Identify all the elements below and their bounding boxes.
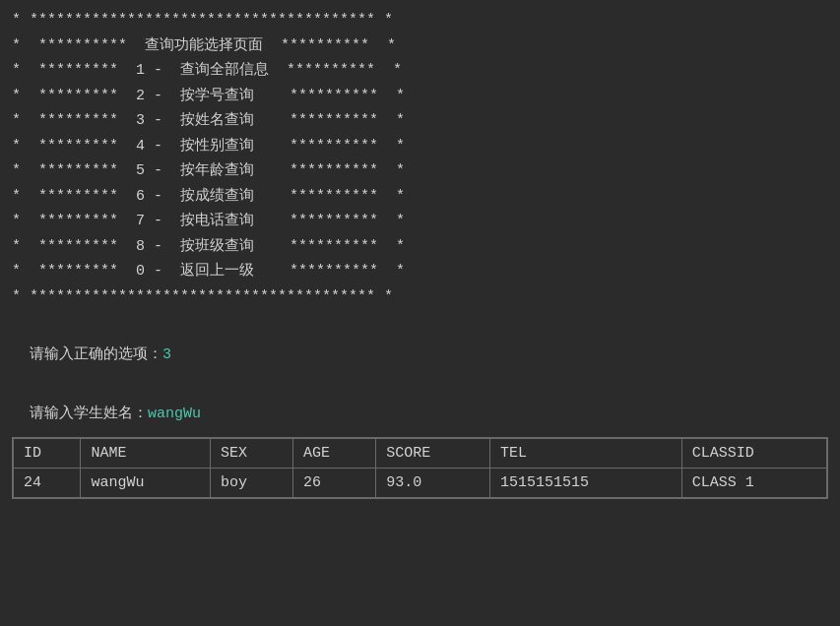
col-classid: CLASSID <box>681 439 826 469</box>
menu-item-3: * ********* 3 - 按姓名查询 ********** * <box>12 108 828 134</box>
results-table: ID NAME SEX AGE SCORE TEL CLASSID 24wang… <box>13 438 827 498</box>
menu-title: * ********** 查询功能选择页面 ********** * <box>12 33 828 59</box>
table-cell: CLASS 1 <box>681 469 826 498</box>
table-cell: 1515151515 <box>490 469 682 498</box>
results-table-container: ID NAME SEX AGE SCORE TEL CLASSID 24wang… <box>12 437 828 499</box>
menu-border-top: * **************************************… <box>12 8 828 33</box>
menu-border-bot: * **************************************… <box>12 284 828 310</box>
menu-item-2: * ********* 2 - 按学号查询 ********** * <box>12 84 828 109</box>
menu-item-6: * ********* 6 - 按成绩查询 ********** * <box>12 184 828 210</box>
table-cell: 24 <box>14 469 81 498</box>
table-cell: boy <box>210 469 292 498</box>
col-id: ID <box>14 439 81 469</box>
menu-block: * **************************************… <box>12 8 828 309</box>
table-cell: 26 <box>293 469 376 498</box>
col-sex: SEX <box>210 439 292 469</box>
col-age: AGE <box>293 439 376 469</box>
name-prompt: 请输入学生姓名：wangWu <box>12 374 828 427</box>
option-value: 3 <box>162 346 171 363</box>
table-cell: wangWu <box>81 469 211 498</box>
table-row: 24wangWuboy2693.01515151515CLASS 1 <box>14 469 827 498</box>
menu-item-5: * ********* 5 - 按年龄查询 ********** * <box>12 158 828 184</box>
menu-item-7: * ********* 7 - 按电话查询 ********** * <box>12 209 828 234</box>
table-cell: 93.0 <box>376 469 490 498</box>
name-label: 请输入学生姓名： <box>30 406 148 422</box>
col-name: NAME <box>81 439 211 469</box>
menu-item-8: * ********* 8 - 按班级查询 ********** * <box>12 234 828 260</box>
table-header-row: ID NAME SEX AGE SCORE TEL CLASSID <box>14 439 827 469</box>
menu-item-1: * ********* 1 - 查询全部信息 ********** * <box>12 58 828 84</box>
menu-item-0: * ********* 0 - 返回上一级 ********** * <box>12 259 828 284</box>
option-prompt: 请输入正确的选项：3 <box>12 315 828 368</box>
col-score: SCORE <box>376 439 490 469</box>
option-label: 请输入正确的选项： <box>30 346 162 363</box>
name-value: wangWu <box>148 406 201 422</box>
menu-item-4: * ********* 4 - 按性别查询 ********** * <box>12 134 828 159</box>
col-tel: TEL <box>490 439 682 469</box>
